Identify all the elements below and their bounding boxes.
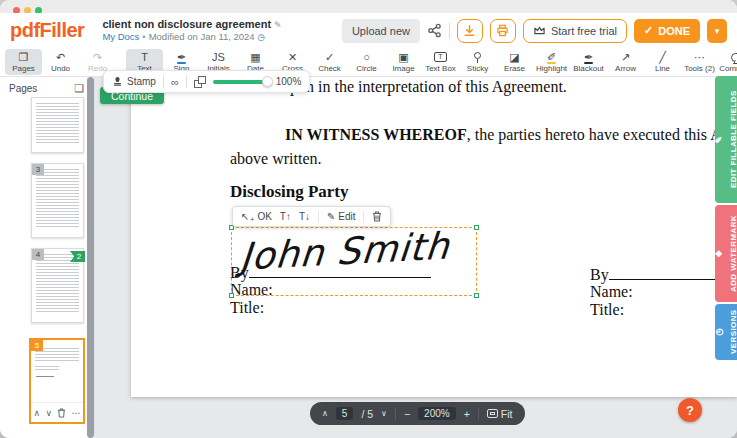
- tool-blackout[interactable]: ✒Blackout: [570, 49, 607, 75]
- page-more-options-button[interactable]: ⋯: [71, 408, 80, 418]
- titlebar: [0, 0, 737, 13]
- tool-arrow[interactable]: ↗Arrow: [607, 49, 644, 75]
- move-page-down-button[interactable]: ∨: [45, 408, 52, 418]
- pencil-icon: ✎: [327, 211, 335, 222]
- edit-fillable-fields-tab[interactable]: ✎ EDIT FILLABLE FIELDS: [715, 76, 737, 203]
- zoom-level-input[interactable]: 200%: [418, 407, 456, 420]
- bbar-divider: [395, 408, 396, 420]
- header: pdfFiller client non disclosure agreemen…: [0, 13, 737, 48]
- font-increase-button[interactable]: T↑: [280, 211, 291, 222]
- line-icon: ╱: [659, 51, 666, 63]
- rename-icon[interactable]: ✎: [274, 20, 282, 30]
- tool-highlight[interactable]: ✐Highlight: [533, 49, 570, 75]
- signature-selection-box[interactable]: John Smith: [231, 227, 477, 296]
- tool-sticky[interactable]: Sticky: [459, 49, 496, 75]
- done-button[interactable]: ✓DONE: [634, 19, 700, 43]
- tool-check[interactable]: ✓Check: [311, 49, 348, 75]
- font-decrease-button[interactable]: T↓: [299, 211, 310, 222]
- check-icon: ✓: [325, 51, 334, 63]
- new-page-icon[interactable]: ❏: [74, 82, 84, 95]
- page-thumbnail-2[interactable]: [31, 97, 84, 153]
- signature-ok-button[interactable]: OK: [257, 211, 271, 222]
- pdffiller-window: pdfFiller client non disclosure agreemen…: [0, 0, 737, 438]
- initials-icon: JS: [212, 51, 225, 63]
- versions-tab[interactable]: ◷ VERSIONS: [715, 304, 737, 360]
- signature-delete-button[interactable]: [372, 211, 382, 222]
- check-icon: ✓: [644, 24, 653, 37]
- add-watermark-tab[interactable]: ❖ ADD WATERMARK: [715, 205, 737, 302]
- tool-line[interactable]: ╱Line: [644, 49, 681, 75]
- sidebar-scrollbar[interactable]: [87, 77, 94, 438]
- slider-knob[interactable]: [262, 76, 273, 87]
- print-button[interactable]: [490, 19, 516, 43]
- zoom-in-button[interactable]: +: [464, 408, 470, 420]
- document-title: client non disclosure agreement: [102, 18, 271, 30]
- page-thumbnail-3[interactable]: 3: [31, 163, 84, 238]
- blackout-marker-icon: ✒: [584, 51, 593, 63]
- undo-icon: ↶: [56, 51, 65, 63]
- stamp-button[interactable]: Stamp: [112, 76, 156, 87]
- help-button[interactable]: ?: [678, 398, 702, 422]
- resize-handle[interactable]: [474, 293, 479, 298]
- resize-handle[interactable]: [229, 293, 234, 298]
- pushpin-icon: [474, 52, 481, 59]
- link-fields-icon[interactable]: ∞: [171, 76, 179, 88]
- delete-page-icon[interactable]: [57, 408, 66, 418]
- title-field-right: Title:: [590, 301, 624, 319]
- start-free-trial-label: Start free trial: [551, 25, 617, 37]
- download-button[interactable]: [457, 19, 483, 43]
- tool-image[interactable]: ▣Image: [385, 49, 422, 75]
- eraser-icon: ◪: [509, 51, 519, 63]
- previous-page-button[interactable]: ∧: [322, 409, 328, 418]
- edit-fillable-fields-label: EDIT FILLABLE FIELDS: [729, 91, 737, 189]
- signature-text[interactable]: John Smith: [238, 224, 451, 278]
- document-page[interactable]: d upon in the interpretation of this Agr…: [131, 77, 737, 397]
- highlighter-icon: ✐: [547, 51, 556, 63]
- comment-tool[interactable]: Comment: [718, 49, 737, 75]
- tool-more-tools[interactable]: ⋯Tools (2): [681, 49, 718, 75]
- tool-text-box[interactable]: TText Box: [422, 49, 459, 75]
- move-page-up-button[interactable]: ∧: [34, 408, 41, 418]
- disclosing-party-heading: Disclosing Party: [230, 182, 349, 202]
- clock-icon: ◷: [257, 32, 265, 42]
- start-free-trial-button[interactable]: Start free trial: [523, 19, 627, 43]
- current-page-input[interactable]: 5: [336, 407, 354, 420]
- pages-tool[interactable]: ❐Pages: [5, 49, 42, 75]
- breadcrumb: My Docs•Modified on Jan 11, 2024 ◷: [102, 31, 281, 43]
- modified-date: Modified on Jan 11, 2024: [149, 31, 255, 42]
- resize-handle[interactable]: [474, 225, 479, 230]
- signature-toolbar: ↖+ OK T↑ T↓ ✎ Edit: [232, 206, 391, 227]
- watermark-icon: ❖: [714, 249, 724, 259]
- move-handle-icon[interactable]: ↖+: [241, 211, 249, 222]
- zoom-out-button[interactable]: −: [404, 408, 410, 420]
- tool-circle[interactable]: ○Circle: [348, 49, 385, 75]
- trash-icon: [372, 211, 382, 222]
- my-docs-link[interactable]: My Docs: [102, 31, 139, 42]
- tool-erase[interactable]: ◪Erase: [496, 49, 533, 75]
- page-number-badge: 4: [32, 249, 44, 260]
- name-field-right: Name:: [590, 283, 633, 301]
- stamp-label: Stamp: [127, 76, 156, 87]
- pdffiller-logo[interactable]: pdfFiller: [10, 19, 84, 42]
- chevron-down-icon: ▾: [715, 26, 720, 36]
- total-pages-label: / 5: [361, 408, 373, 420]
- signature-edit-button[interactable]: ✎ Edit: [327, 211, 355, 222]
- history-clock-icon: ◷: [714, 327, 724, 337]
- witness-paragraph: IN WITNESS WHEREOF, the parties hereto h…: [285, 126, 737, 144]
- witness-paragraph-line2: above written.: [230, 150, 322, 168]
- versions-label: VERSIONS: [729, 310, 737, 355]
- opacity-slider[interactable]: [213, 80, 269, 84]
- stamp-subtoolbar: Stamp ∞ 100%: [103, 70, 310, 93]
- sign-pen-icon: ✒: [177, 51, 186, 63]
- share-icon[interactable]: [427, 23, 442, 38]
- done-dropdown-button[interactable]: ▾: [707, 19, 727, 43]
- page-thumbnail-5-selected[interactable]: 5 ∧ ∨ ⋯: [29, 338, 85, 424]
- undo-button[interactable]: ↶Undo: [42, 49, 79, 75]
- upload-new-button[interactable]: Upload new: [342, 19, 420, 43]
- page-number-badge: 3: [32, 164, 44, 175]
- duplicate-icon[interactable]: [194, 76, 206, 88]
- page-thumbnail-4[interactable]: 4 2: [31, 248, 84, 323]
- next-page-button[interactable]: ∨: [381, 409, 387, 418]
- fit-to-page-button[interactable]: Fit: [487, 408, 513, 420]
- subbar-divider: [163, 75, 164, 88]
